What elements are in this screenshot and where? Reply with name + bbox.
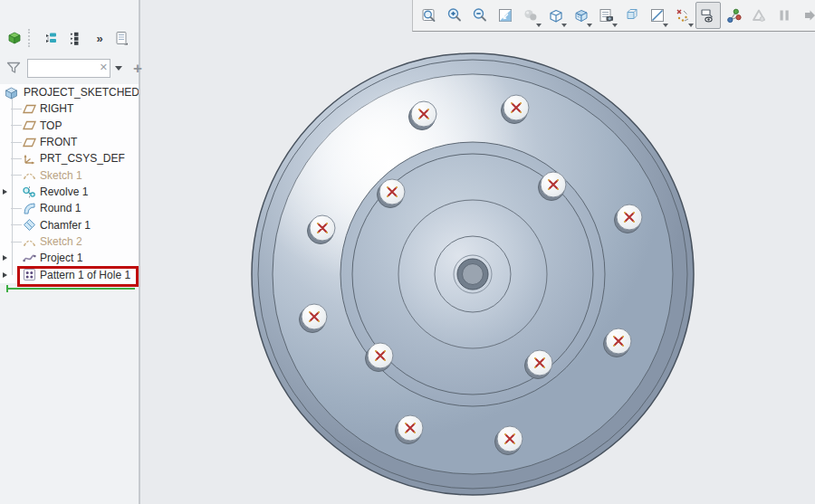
datum-display-filters-button[interactable] [670, 2, 695, 29]
tree-dark-icon [68, 30, 84, 46]
model-tree-button[interactable] [5, 27, 24, 49]
tree-item-label: Round 1 [40, 202, 81, 214]
filter-funnel-icon [4, 57, 24, 79]
doc-icon [113, 30, 129, 46]
tree-filter-row: ✕ + [0, 54, 139, 81]
tree-item-label: RIGHT [40, 102, 73, 115]
tree-connector [11, 158, 22, 159]
plane-display-button[interactable] [645, 2, 670, 29]
tree-connector [11, 224, 22, 225]
tree-item-round-1[interactable]: Round 1 [0, 200, 139, 216]
refit-button[interactable] [417, 2, 442, 29]
round-icon [22, 201, 37, 216]
zoom-in-icon [446, 6, 464, 24]
annotation-display-button[interactable] [695, 2, 721, 29]
annotation-icon [699, 6, 717, 24]
tree-filters-button[interactable] [39, 27, 62, 49]
csys-icon [22, 151, 37, 166]
datum-plane-icon [22, 101, 37, 117]
display-style-button[interactable] [543, 2, 569, 29]
tree-item-chamfer-1[interactable]: Chamfer 1 [0, 217, 139, 233]
dropdown-caret-icon[interactable] [663, 24, 668, 27]
plane-display-icon [648, 6, 666, 24]
model-tree-toolbar: » [0, 24, 139, 52]
dropdown-caret-icon[interactable] [612, 24, 618, 27]
sketch-icon [22, 167, 37, 183]
tree-item-label: TOP [40, 119, 62, 132]
tree-connector [11, 125, 22, 126]
zoom-out-button[interactable] [467, 2, 493, 29]
tree-search-input[interactable] [27, 59, 110, 78]
refit-icon [420, 6, 438, 24]
expand-arrow-icon[interactable] [3, 272, 11, 278]
shading-style-button[interactable] [518, 2, 543, 29]
model-tree-panel: » ✕ + PROJECT_SKETCHED_POINRIGHTTOPFRONT… [0, 0, 140, 504]
expand-arrow-icon[interactable] [3, 189, 11, 195]
tree-connector [11, 142, 22, 143]
tree-item-revolve-1[interactable]: Revolve 1 [0, 184, 139, 200]
expand-arrow-icon[interactable] [3, 255, 11, 261]
model-tree: PROJECT_SKETCHED_POINRIGHTTOPFRONTPRT_CS… [0, 84, 139, 283]
geometry-checks-icon [750, 6, 768, 24]
spin-center-button[interactable] [721, 2, 746, 29]
tree-connector [11, 242, 22, 242]
resume-button [797, 2, 815, 29]
tree-connector [11, 109, 22, 109]
tree-item-label: Sketch 2 [40, 235, 82, 248]
datum-plane-icon [22, 118, 37, 133]
dropdown-caret-icon[interactable] [536, 24, 542, 27]
geometry-checks-button [746, 2, 772, 29]
sections-icon [572, 6, 590, 24]
spin-center-icon [724, 6, 743, 24]
tree-item-sketch-2[interactable]: Sketch 2 [0, 233, 139, 250]
pause-icon [775, 6, 793, 24]
datum-filters-icon [674, 6, 692, 24]
zoom-out-icon [471, 6, 489, 24]
tree-item-front[interactable]: FRONT [0, 134, 139, 150]
tree-item-prt-csys-def[interactable]: PRT_CSYS_DEF [0, 150, 139, 166]
graphics-area[interactable] [142, 0, 815, 504]
pattern-icon [22, 267, 37, 282]
toolbar-separator [28, 29, 35, 47]
dropdown-caret-icon[interactable] [587, 24, 592, 27]
dropdown-caret-icon[interactable] [561, 24, 567, 27]
tree-item-label: Project 1 [40, 252, 82, 264]
saved-orientations-icon [623, 6, 641, 24]
view-manager-icon [598, 6, 616, 24]
tree-item-label: PROJECT_SKETCHED_POIN [24, 86, 139, 99]
resume-icon [801, 6, 815, 24]
tree-item-sketch-1[interactable]: Sketch 1 [0, 167, 139, 184]
tree-item-label: Revolve 1 [40, 185, 88, 198]
shading-icon [522, 6, 540, 24]
project-icon [22, 251, 37, 266]
display-style-icon [547, 6, 565, 24]
repaint-icon [496, 6, 514, 24]
center-hole [463, 264, 484, 285]
tree-item-pattern-1-of-hole-1[interactable]: Pattern 1 of Hole 1 [0, 267, 139, 283]
tree-item-right[interactable]: RIGHT [0, 100, 139, 117]
tree-item-label: Pattern 1 of Hole 1 [40, 269, 130, 281]
tree-item-project-1[interactable]: Project 1 [0, 250, 139, 266]
view-manager-button[interactable] [594, 2, 619, 29]
tree-item-project-sketched-poin[interactable]: PROJECT_SKETCHED_POIN [0, 84, 139, 100]
insert-locator[interactable] [6, 288, 135, 290]
revolve-icon [22, 185, 37, 200]
search-dropdown-icon[interactable] [115, 66, 122, 71]
more-commands-button[interactable]: » [90, 27, 110, 49]
tree-item-label: PRT_CSYS_DEF [40, 152, 125, 165]
tree-teal-icon [43, 30, 59, 46]
part-model[interactable] [242, 43, 704, 504]
zoom-in-button[interactable] [442, 2, 467, 29]
clear-search-icon[interactable]: ✕ [100, 62, 108, 73]
tree-columns-button[interactable] [64, 27, 88, 49]
saved-orientations-button[interactable] [619, 2, 645, 29]
pause-button [772, 2, 797, 29]
sections-button[interactable] [569, 2, 594, 29]
tree-item-label: FRONT [40, 136, 77, 148]
tree-item-top[interactable]: TOP [0, 118, 139, 134]
repaint-button[interactable] [493, 2, 518, 29]
tree-options-button[interactable] [111, 27, 131, 49]
wheel-disc[interactable] [252, 53, 694, 495]
add-filter-button[interactable]: + [133, 61, 142, 76]
dropdown-caret-icon[interactable] [688, 24, 694, 27]
